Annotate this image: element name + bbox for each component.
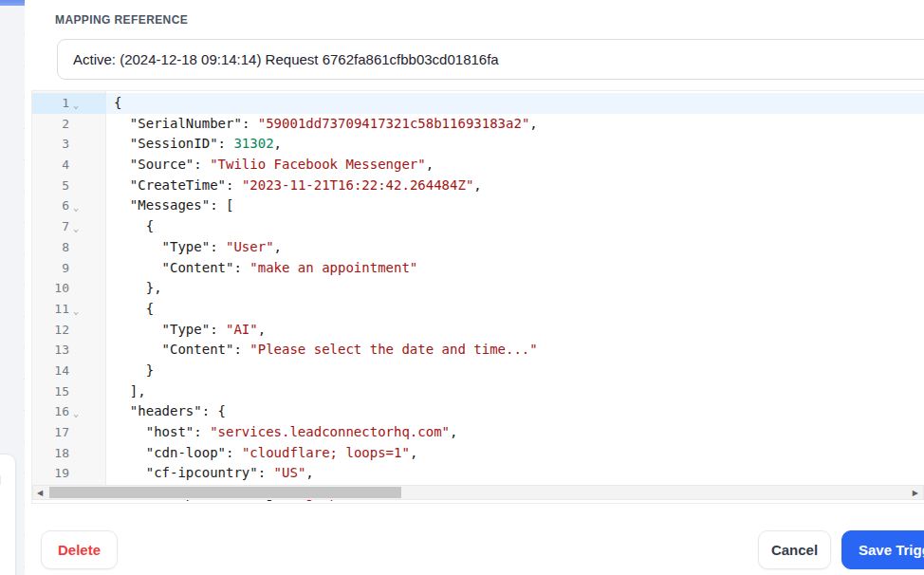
code-text[interactable]: } [106,361,924,381]
delete-button[interactable]: Delete [41,530,118,569]
code-line[interactable]: 1⌄{ [32,93,924,114]
fold-chevron-icon [73,136,92,157]
line-number: 15 [32,381,69,402]
code-text[interactable]: "cdn-loop": "cloudflare; loops=1", [106,443,924,464]
code-text[interactable]: "Content": "make an appointment" [106,258,924,279]
code-text[interactable]: "Messages": [ [106,195,924,216]
scrollbar-thumb[interactable] [49,487,401,498]
fold-chevron-icon [73,260,92,281]
gutter-cell: 6⌄ [32,195,106,216]
scrollbar-right-arrow-icon[interactable]: ▶ [913,487,918,499]
gutter-cell: 13 [32,340,106,361]
gutter-cell: 17 [32,422,106,443]
code-line[interactable]: 8 "Type": "User", [32,237,924,258]
gutter-cell: 16⌄ [32,401,106,422]
line-number: 10 [32,278,69,299]
code-line[interactable]: 16⌄ "headers": { [32,401,924,422]
code-line[interactable]: 11⌄ { [32,299,924,320]
line-number: 16 [32,401,69,422]
code-text[interactable]: "Source": "Twilio Facebook Messenger", [106,155,924,176]
background-card [0,454,16,575]
code-text[interactable]: "SessionID": 31302, [106,134,924,155]
fold-chevron-icon [73,342,92,362]
gutter-cell: 4 [32,155,106,176]
line-number: 19 [32,463,69,484]
trigger-mapping-dialog: MAPPING REFERENCE Active: (2024-12-18 09… [0,0,924,575]
code-line[interactable]: 9 "Content": "make an appointment" [32,258,924,279]
fold-chevron-icon [73,445,92,466]
fold-chevron-icon [73,116,92,137]
scrollbar-left-arrow-icon[interactable]: ◀ [37,487,43,499]
gutter-cell: 18 [32,443,106,464]
node-accent-bar [0,0,26,6]
fold-chevron-icon[interactable]: ⌄ [73,218,92,239]
horizontal-scrollbar[interactable]: ◀ ▶ [32,485,924,500]
code-line[interactable]: 5 "CreateTime": "2023-11-21T16:22:42.264… [32,176,924,196]
gutter-cell: 1⌄ [32,93,106,114]
fold-chevron-icon[interactable]: ⌄ [73,403,92,424]
line-number: 7 [32,216,69,237]
gutter-cell: 19 [32,463,106,484]
fold-chevron-icon[interactable]: ⌄ [73,301,92,322]
code-text[interactable]: "Type": "User", [106,237,924,258]
fold-chevron-icon [73,322,92,343]
request-selector-value: Active: (2024-12-18 09:14:14) Request 67… [73,51,499,67]
gutter-cell: 3 [32,134,106,155]
line-number: 11 [32,299,69,320]
code-text[interactable]: }, [106,278,924,299]
line-number: 1 [32,93,69,114]
line-number: 18 [32,443,69,464]
code-line[interactable]: 4 "Source": "Twilio Facebook Messenger", [32,155,924,176]
line-number: 2 [32,114,69,135]
line-number: 13 [32,340,69,361]
fold-chevron-icon [73,280,92,301]
fold-chevron-icon [73,424,92,445]
line-number: 8 [32,237,69,258]
code-line[interactable]: 12 "Type": "AI", [32,320,924,341]
code-text[interactable]: ], [106,381,924,402]
line-number: 17 [32,422,69,443]
save-trigger-button[interactable]: Save Trigger [841,530,924,569]
code-line[interactable]: 10 }, [32,278,924,299]
code-line[interactable]: 17 "host": "services.leadconnectorhq.com… [32,422,924,443]
fold-chevron-icon[interactable]: ⌄ [73,95,92,116]
code-text[interactable]: "cf-ipcountry": "US", [106,463,924,484]
code-line[interactable]: 18 "cdn-loop": "cloudflare; loops=1", [32,443,924,464]
code-text[interactable]: { [106,299,924,320]
gutter-cell: 5 [32,176,106,196]
code-text[interactable]: "headers": { [106,401,924,422]
modal-panel: MAPPING REFERENCE Active: (2024-12-18 09… [25,0,924,575]
code-text[interactable]: { [106,93,924,114]
fold-chevron-icon [73,362,92,383]
code-text[interactable]: "Type": "AI", [106,320,924,341]
code-line[interactable]: 6⌄ "Messages": [ [32,195,924,216]
mapping-reference-label: MAPPING REFERENCE [55,13,188,27]
json-editor[interactable]: 1⌄{2 "SerialNumber": "59001dd73709417321… [31,90,924,504]
line-number: 5 [32,176,69,196]
code-text[interactable]: "host": "services.leadconnectorhq.com", [106,422,924,443]
fold-chevron-icon [73,177,92,198]
code-line[interactable]: 14 } [32,361,924,381]
request-selector[interactable]: Active: (2024-12-18 09:14:14) Request 67… [57,39,924,80]
code-lines: 1⌄{2 "SerialNumber": "59001dd73709417321… [32,93,924,504]
code-line[interactable]: 13 "Content": "Please select the date an… [32,340,924,361]
fold-chevron-icon [73,157,92,177]
code-text[interactable]: "SerialNumber": "59001dd73709417321c58b1… [106,114,924,135]
gutter-cell: 10 [32,278,106,299]
code-line[interactable]: 2 "SerialNumber": "59001dd73709417321c58… [32,114,924,135]
fold-chevron-icon [73,465,92,486]
code-text[interactable]: "CreateTime": "2023-11-21T16:22:42.26448… [106,176,924,196]
background-card-bar [0,475,1,485]
code-text[interactable]: { [106,216,924,237]
line-number: 4 [32,155,69,176]
code-line[interactable]: 19 "cf-ipcountry": "US", [32,463,924,484]
gutter-cell: 9 [32,258,106,279]
code-line[interactable]: 15 ], [32,381,924,402]
cancel-button[interactable]: Cancel [758,530,831,569]
code-line[interactable]: 7⌄ { [32,216,924,237]
fold-chevron-icon [73,239,92,260]
fold-chevron-icon[interactable]: ⌄ [73,197,92,218]
code-line[interactable]: 3 "SessionID": 31302, [32,134,924,155]
gutter-cell: 15 [32,381,106,402]
code-text[interactable]: "Content": "Please select the date and t… [106,340,924,361]
